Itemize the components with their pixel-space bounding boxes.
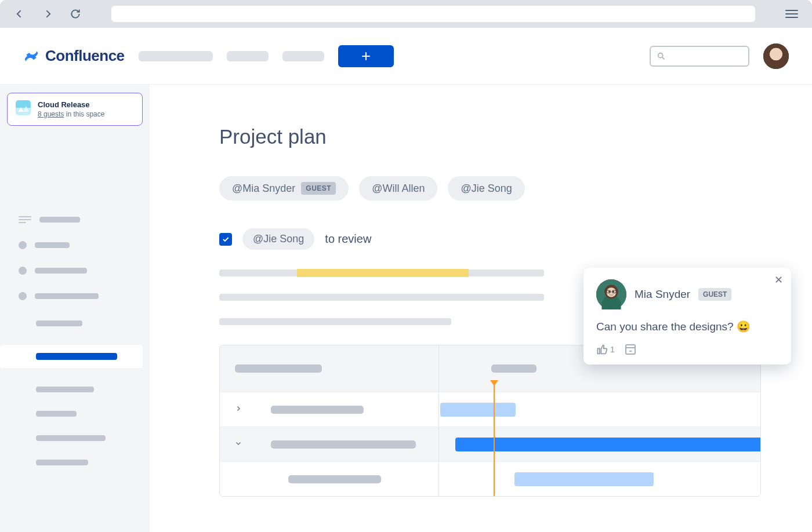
search-icon — [657, 52, 666, 61]
svg-point-3 — [772, 50, 780, 59]
archive-icon[interactable] — [625, 344, 636, 355]
roadmap-row[interactable] — [220, 392, 760, 427]
sidebar-subitem[interactable] — [36, 411, 77, 417]
mention-pill[interactable]: @Jie Song — [242, 228, 314, 250]
svg-rect-7 — [777, 53, 780, 55]
sidebar-item[interactable] — [14, 258, 143, 283]
roadmap-row[interactable] — [220, 461, 760, 496]
main-content: Project plan @Mia Snyder GUEST @Will All… — [150, 85, 812, 532]
svg-point-12 — [612, 291, 614, 293]
comment-body: Can you share the designs? 😀 — [596, 320, 778, 333]
reload-icon[interactable] — [70, 8, 81, 20]
space-icon — [16, 100, 31, 115]
mention-pill[interactable]: @Jie Song — [448, 176, 524, 201]
page-title: Project plan — [219, 125, 761, 148]
text-placeholder — [219, 318, 451, 325]
svg-point-5 — [777, 53, 778, 54]
url-bar[interactable] — [111, 6, 755, 22]
search-input[interactable] — [650, 46, 749, 67]
comment-popover: ✕ Mia Snyder GUEST Can you share the des… — [583, 268, 791, 365]
guest-badge: GUEST — [301, 182, 336, 195]
sidebar-item[interactable] — [14, 232, 143, 258]
mention-row: @Mia Snyder GUEST @Will Allen @Jie Song — [219, 176, 761, 201]
nav-item-placeholder[interactable] — [227, 51, 269, 61]
task-row: @Jie Song to review — [219, 228, 761, 250]
forward-icon[interactable] — [42, 8, 53, 20]
sidebar-subitem-active[interactable] — [0, 345, 143, 368]
svg-point-1 — [763, 43, 789, 69]
close-icon[interactable]: ✕ — [774, 274, 783, 286]
app-logo[interactable]: Confluence — [23, 47, 125, 65]
sidebar-subitem[interactable] — [36, 460, 88, 465]
space-subtitle: 8 guests in this space — [38, 110, 104, 118]
browser-menu-icon[interactable] — [785, 10, 798, 18]
sidebar-item[interactable] — [14, 207, 143, 232]
mention-label: @Mia Snyder — [232, 183, 295, 195]
sidebar-subitem[interactable] — [36, 387, 94, 392]
app-name: Confluence — [45, 47, 125, 65]
create-button[interactable] — [338, 45, 394, 67]
thumbs-up-icon — [596, 344, 608, 355]
svg-point-2 — [770, 48, 782, 60]
nav-item-placeholder[interactable] — [282, 51, 324, 61]
svg-rect-6 — [772, 53, 775, 55]
chevron-down-icon[interactable] — [235, 440, 242, 449]
svg-point-10 — [607, 287, 617, 297]
comment-author: Mia Snyder — [635, 288, 690, 301]
task-text: to review — [325, 232, 371, 246]
space-card[interactable]: Cloud Release 8 guests in this space — [7, 93, 143, 126]
like-count: 1 — [610, 345, 615, 354]
mention-label: @Will Allen — [372, 183, 425, 195]
svg-point-0 — [658, 53, 663, 57]
mention-label: @Jie Song — [253, 233, 304, 245]
sidebar-subitem[interactable] — [36, 320, 82, 326]
text-placeholder — [219, 269, 544, 276]
guest-badge: GUEST — [698, 288, 731, 301]
roadmap-table — [219, 345, 761, 497]
roadmap-row[interactable] — [220, 427, 760, 461]
sidebar-item[interactable] — [14, 283, 143, 309]
mention-label: @Jie Song — [461, 183, 512, 195]
back-icon[interactable] — [14, 8, 26, 20]
overview-icon — [19, 216, 31, 223]
mention-pill[interactable]: @Will Allen — [359, 176, 437, 201]
nav-item-placeholder[interactable] — [139, 51, 213, 61]
comment-avatar — [596, 279, 626, 309]
space-title: Cloud Release — [38, 100, 104, 109]
svg-point-4 — [774, 53, 775, 54]
text-placeholder — [219, 294, 544, 301]
browser-chrome — [0, 0, 812, 28]
sidebar: Cloud Release 8 guests in this space — [0, 85, 150, 532]
like-button[interactable]: 1 — [596, 344, 615, 355]
sidebar-subitem[interactable] — [36, 435, 106, 441]
mention-pill[interactable]: @Mia Snyder GUEST — [219, 176, 349, 201]
svg-point-11 — [608, 291, 610, 293]
profile-avatar[interactable] — [763, 43, 789, 69]
chevron-right-icon[interactable] — [235, 405, 242, 414]
timeline-marker — [494, 385, 495, 496]
checkbox-checked[interactable] — [219, 233, 232, 246]
app-topbar: Confluence — [0, 28, 812, 85]
